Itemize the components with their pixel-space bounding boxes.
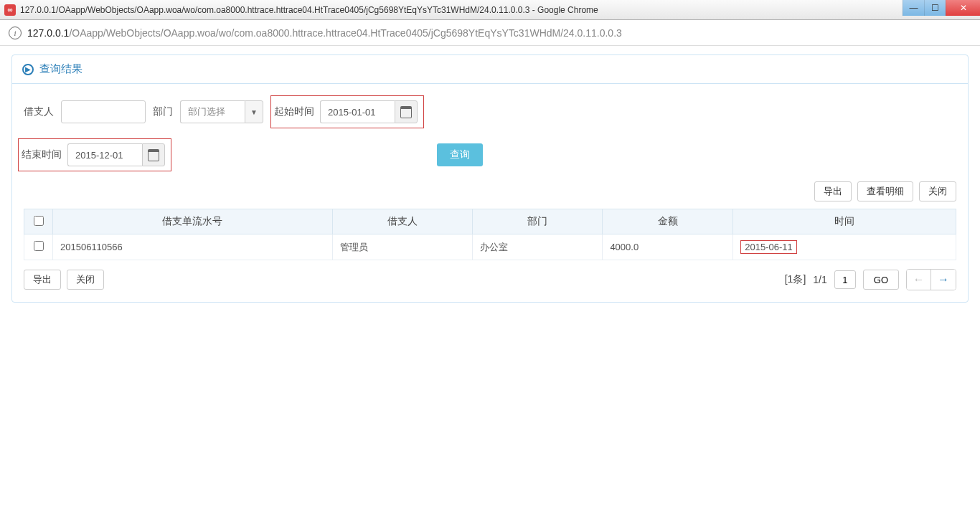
minimize-button[interactable]: — <box>903 0 924 16</box>
start-date-picker[interactable]: 2015-01-01 <box>320 100 418 123</box>
filter-row-2: 结束时间 2015-12-01 查询 <box>24 138 956 171</box>
prev-page-button[interactable]: ← <box>907 270 931 290</box>
col-serial: 借支单流水号 <box>53 209 333 234</box>
view-detail-button[interactable]: 查看明细 <box>857 181 913 201</box>
filter-row-1: 借支人 部门 部门选择 ▼ 起始时间 2015-01-01 <box>24 95 956 128</box>
cell-dept: 办公室 <box>472 234 603 260</box>
close-window-button[interactable]: ✕ <box>946 0 980 16</box>
browser-titlebar: ∞ 127.0.0.1/OAapp/WebObjects/OAapp.woa/w… <box>0 0 980 20</box>
start-date-calendar-button[interactable] <box>395 100 418 123</box>
col-amount: 金额 <box>603 209 733 234</box>
select-all-header <box>24 209 53 234</box>
start-date-value[interactable]: 2015-01-01 <box>320 100 395 123</box>
col-time: 时间 <box>733 209 956 234</box>
results-panel: ▶ 查询结果 借支人 部门 部门选择 ▼ 起始时间 2015-01-01 <box>11 54 969 303</box>
dept-label: 部门 <box>153 105 173 118</box>
search-button[interactable]: 查询 <box>437 143 483 166</box>
footer-row: 导出 关闭 [1条] 1/1 GO ← → <box>24 269 956 290</box>
favicon: ∞ <box>4 4 16 16</box>
col-dept: 部门 <box>472 209 603 234</box>
url-path: /OAapp/WebObjects/OAapp.woa/wo/com.oa800… <box>69 27 621 39</box>
url-display[interactable]: 127.0.0.1/OAapp/WebObjects/OAapp.woa/wo/… <box>27 27 622 39</box>
row-checkbox[interactable] <box>34 241 44 251</box>
close-top-button[interactable]: 关闭 <box>919 181 956 201</box>
dept-select[interactable]: 部门选择 ▼ <box>180 100 263 123</box>
end-date-value[interactable]: 2015-12-01 <box>67 143 142 166</box>
maximize-button[interactable]: ☐ <box>924 0 946 16</box>
calendar-icon <box>400 106 412 118</box>
calendar-icon <box>148 149 159 161</box>
next-page-button[interactable]: → <box>931 270 956 290</box>
export-top-button[interactable]: 导出 <box>814 181 852 201</box>
record-count: [1条] <box>785 273 806 286</box>
go-button[interactable]: GO <box>863 270 899 290</box>
arrow-right-icon: ▶ <box>22 64 34 75</box>
cell-time: 2015-06-11 <box>733 234 956 260</box>
page-fraction: 1/1 <box>813 274 826 285</box>
page-number-input[interactable] <box>834 270 856 289</box>
select-all-checkbox[interactable] <box>34 216 44 226</box>
borrower-input[interactable] <box>61 100 146 123</box>
site-info-icon[interactable]: i <box>9 27 22 39</box>
row-select-cell <box>24 234 53 260</box>
close-bottom-button[interactable]: 关闭 <box>67 270 104 290</box>
top-actions: 导出 查看明细 关闭 <box>24 181 956 201</box>
results-table: 借支单流水号 借支人 部门 金额 时间 201506110566 管理员 办公室… <box>24 209 956 260</box>
url-domain: 127.0.0.1 <box>27 27 69 39</box>
chevron-down-icon[interactable]: ▼ <box>245 100 263 123</box>
start-date-label: 起始时间 <box>274 105 314 118</box>
dept-select-value: 部门选择 <box>180 100 245 123</box>
end-date-group: 结束时间 2015-12-01 <box>18 138 171 171</box>
footer-actions: 导出 关闭 <box>24 270 104 290</box>
cell-serial: 201506110566 <box>53 234 333 260</box>
borrower-label: 借支人 <box>24 105 54 118</box>
page-nav: ← → <box>906 269 956 290</box>
end-date-picker[interactable]: 2015-12-01 <box>67 143 165 166</box>
start-date-group: 起始时间 2015-01-01 <box>270 95 424 128</box>
cell-borrower: 管理员 <box>332 234 472 260</box>
cell-amount: 4000.0 <box>603 234 733 260</box>
end-date-calendar-button[interactable] <box>142 143 165 166</box>
end-date-label: 结束时间 <box>22 148 62 161</box>
window-controls: — ☐ ✕ <box>903 0 980 16</box>
table-header-row: 借支单流水号 借支人 部门 金额 时间 <box>24 209 956 234</box>
col-borrower: 借支人 <box>332 209 472 234</box>
address-bar: i 127.0.0.1/OAapp/WebObjects/OAapp.woa/w… <box>0 20 980 46</box>
panel-title: 查询结果 <box>39 62 83 76</box>
panel-header: ▶ 查询结果 <box>12 55 968 84</box>
window-title: 127.0.0.1/OAapp/WebObjects/OAapp.woa/wo/… <box>20 5 976 15</box>
pagination: [1条] 1/1 GO ← → <box>785 269 956 290</box>
table-row[interactable]: 201506110566 管理员 办公室 4000.0 2015-06-11 <box>24 234 956 260</box>
export-bottom-button[interactable]: 导出 <box>24 270 61 290</box>
